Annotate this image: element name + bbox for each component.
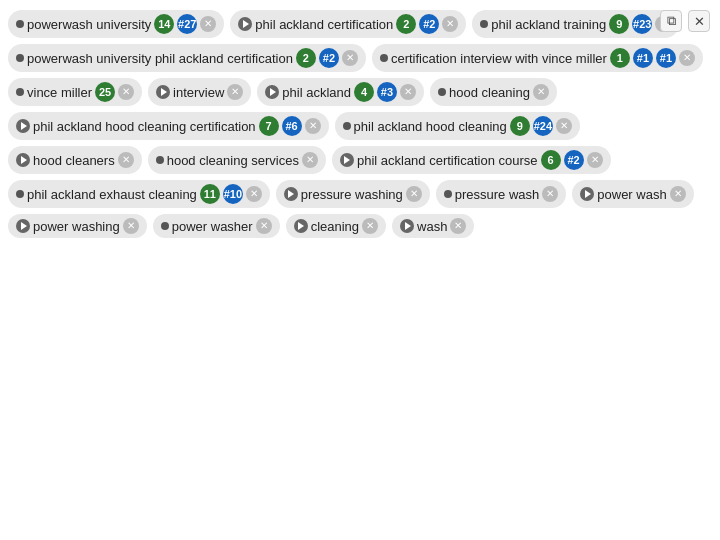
tag-close-button[interactable]: ✕ [670,186,686,202]
tag-label: hood cleaning [449,85,530,100]
play-icon [340,153,354,167]
tag-phil-ackland-hood-cleaning: phil ackland hood cleaning9#24✕ [335,112,580,140]
badge: #1 [633,48,653,68]
tag-close-button[interactable]: ✕ [406,186,422,202]
tag-phil-ackland-certification: phil ackland certification2#2✕ [230,10,466,38]
tag-phil-ackland: phil ackland4#3✕ [257,78,424,106]
tag-label: phil ackland training [491,17,606,32]
tag-power-washing: power washing✕ [8,214,147,238]
tag-pressure-washing: pressure washing✕ [276,180,430,208]
play-icon [16,219,30,233]
tag-powerwash-university: powerwash university14#27✕ [8,10,224,38]
tag-power-washer: power washer✕ [153,214,280,238]
badge: 2 [396,14,416,34]
badge: 11 [200,184,220,204]
tag-label: wash [417,219,447,234]
tag-close-button[interactable]: ✕ [118,84,134,100]
badge: #2 [319,48,339,68]
tag-close-button[interactable]: ✕ [556,118,572,134]
dot-icon [16,190,24,198]
tag-close-button[interactable]: ✕ [400,84,416,100]
badge: #6 [282,116,302,136]
tag-close-button[interactable]: ✕ [542,186,558,202]
tag-close-button[interactable]: ✕ [256,218,272,234]
badge: #1 [656,48,676,68]
tag-label: power washer [172,219,253,234]
tag-close-button[interactable]: ✕ [587,152,603,168]
play-icon [156,85,170,99]
tag-label: pressure washing [301,187,403,202]
badge: #2 [419,14,439,34]
tag-close-button[interactable]: ✕ [305,118,321,134]
tag-label: powerwash university phil ackland certif… [27,51,293,66]
dot-icon [380,54,388,62]
tag-hood-cleaners: hood cleaners✕ [8,146,142,174]
tag-label: powerwash university [27,17,151,32]
window-controls: ⧉ ✕ [660,10,710,32]
play-icon [238,17,252,31]
dot-icon [343,122,351,130]
tag-close-button[interactable]: ✕ [342,50,358,66]
tag-label: phil ackland certification [255,17,393,32]
tag-close-button[interactable]: ✕ [362,218,378,234]
badge: 7 [259,116,279,136]
tag-close-button[interactable]: ✕ [679,50,695,66]
tag-label: vince miller [27,85,92,100]
badge: 4 [354,82,374,102]
tag-phil-ackland-training: phil ackland training9#23✕ [472,10,679,38]
tags-area: powerwash university14#27✕phil ackland c… [8,10,712,238]
tag-close-button[interactable]: ✕ [123,218,139,234]
tag-close-button[interactable]: ✕ [246,186,262,202]
play-icon [16,153,30,167]
badge: 9 [510,116,530,136]
tag-certification-interview: certification interview with vince mille… [372,44,703,72]
play-icon [580,187,594,201]
dot-icon [16,20,24,28]
tag-label: hood cleaners [33,153,115,168]
badge: #2 [564,150,584,170]
tag-close-button[interactable]: ✕ [533,84,549,100]
badge: 14 [154,14,174,34]
tag-close-button[interactable]: ✕ [302,152,318,168]
play-icon [16,119,30,133]
tag-label: phil ackland [282,85,351,100]
tag-close-button[interactable]: ✕ [227,84,243,100]
tag-power-wash: power wash✕ [572,180,693,208]
tag-label: certification interview with vince mille… [391,51,607,66]
tag-close-button[interactable]: ✕ [200,16,216,32]
dot-icon [161,222,169,230]
tag-hood-cleaning: hood cleaning✕ [430,78,557,106]
badge: #3 [377,82,397,102]
play-icon [400,219,414,233]
play-icon [284,187,298,201]
tag-powerwash-university-phil: powerwash university phil ackland certif… [8,44,366,72]
dot-icon [16,54,24,62]
tag-label: power washing [33,219,120,234]
copy-button[interactable]: ⧉ [660,10,682,32]
tag-label: power wash [597,187,666,202]
tag-label: interview [173,85,224,100]
tag-close-button[interactable]: ✕ [450,218,466,234]
tag-phil-ackland-exhaust-cleaning: phil ackland exhaust cleaning11#10✕ [8,180,270,208]
badge: 6 [541,150,561,170]
close-button[interactable]: ✕ [688,10,710,32]
tag-label: phil ackland exhaust cleaning [27,187,197,202]
tag-hood-cleaning-services: hood cleaning services✕ [148,146,326,174]
tag-close-button[interactable]: ✕ [442,16,458,32]
dot-icon [438,88,446,96]
badge: #23 [632,14,652,34]
badge: #24 [533,116,553,136]
play-icon [265,85,279,99]
tag-label: cleaning [311,219,359,234]
tag-label: phil ackland hood cleaning [354,119,507,134]
badge: 1 [610,48,630,68]
dot-icon [156,156,164,164]
tag-label: pressure wash [455,187,540,202]
badge: 9 [609,14,629,34]
tag-wash: wash✕ [392,214,474,238]
badge: #27 [177,14,197,34]
tag-close-button[interactable]: ✕ [118,152,134,168]
badge: #10 [223,184,243,204]
tag-phil-ackland-hood-cleaning-cert: phil ackland hood cleaning certification… [8,112,329,140]
tag-label: phil ackland certification course [357,153,538,168]
